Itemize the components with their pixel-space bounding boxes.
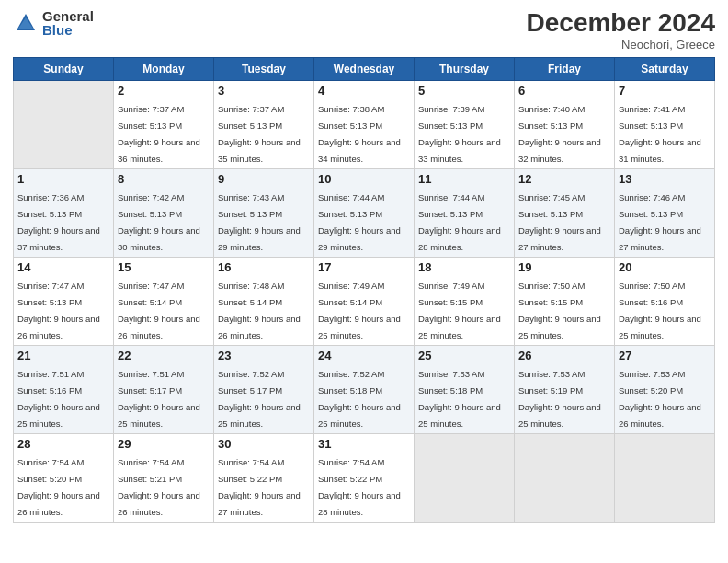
week-row-5: 28Sunrise: 7:54 AMSunset: 5:20 PMDayligh… — [14, 433, 715, 522]
day-info: Sunrise: 7:50 AMSunset: 5:16 PMDaylight:… — [619, 281, 701, 340]
day-number: 12 — [518, 172, 610, 186]
day-cell: 27Sunrise: 7:53 AMSunset: 5:20 PMDayligh… — [615, 345, 715, 433]
day-number: 24 — [318, 349, 410, 362]
day-number: 29 — [118, 437, 210, 451]
day-info: Sunrise: 7:49 AMSunset: 5:15 PMDaylight:… — [418, 281, 501, 340]
day-cell: 29Sunrise: 7:54 AMSunset: 5:21 PMDayligh… — [114, 433, 214, 522]
day-cell: 15Sunrise: 7:47 AMSunset: 5:14 PMDayligh… — [114, 257, 214, 345]
day-number: 28 — [17, 437, 109, 451]
day-info: Sunrise: 7:46 AMSunset: 5:13 PMDaylight:… — [619, 192, 701, 252]
col-saturday: Saturday — [615, 57, 715, 80]
day-info: Sunrise: 7:54 AMSunset: 5:22 PMDaylight:… — [218, 457, 301, 517]
day-cell: 28Sunrise: 7:54 AMSunset: 5:20 PMDayligh… — [14, 433, 114, 522]
day-info: Sunrise: 7:36 AMSunset: 5:13 PMDaylight:… — [17, 192, 100, 252]
day-info: Sunrise: 7:45 AMSunset: 5:13 PMDaylight:… — [518, 192, 601, 252]
day-cell: 14Sunrise: 7:47 AMSunset: 5:13 PMDayligh… — [14, 257, 114, 345]
day-info: Sunrise: 7:48 AMSunset: 5:14 PMDaylight:… — [218, 281, 301, 340]
day-number: 10 — [318, 172, 410, 186]
week-row-3: 14Sunrise: 7:47 AMSunset: 5:13 PMDayligh… — [14, 257, 715, 345]
day-number: 17 — [318, 260, 410, 274]
day-number: 31 — [318, 437, 410, 451]
day-number: 18 — [418, 260, 510, 274]
day-info: Sunrise: 7:44 AMSunset: 5:13 PMDaylight:… — [318, 192, 401, 252]
day-info: Sunrise: 7:42 AMSunset: 5:13 PMDaylight:… — [118, 192, 200, 252]
day-info: Sunrise: 7:54 AMSunset: 5:21 PMDaylight:… — [118, 457, 200, 517]
col-tuesday: Tuesday — [214, 57, 314, 80]
day-cell: 16Sunrise: 7:48 AMSunset: 5:14 PMDayligh… — [214, 257, 314, 345]
day-info: Sunrise: 7:53 AMSunset: 5:19 PMDaylight:… — [518, 369, 601, 429]
week-row-4: 21Sunrise: 7:51 AMSunset: 5:16 PMDayligh… — [14, 345, 715, 433]
day-cell: 4Sunrise: 7:38 AMSunset: 5:13 PMDaylight… — [314, 80, 415, 168]
day-cell: 17Sunrise: 7:49 AMSunset: 5:14 PMDayligh… — [314, 257, 415, 345]
day-cell: 13Sunrise: 7:46 AMSunset: 5:13 PMDayligh… — [615, 168, 715, 257]
day-info: Sunrise: 7:47 AMSunset: 5:14 PMDaylight:… — [118, 281, 200, 340]
day-number: 27 — [619, 349, 711, 362]
calendar-table: Sunday Monday Tuesday Wednesday Thursday… — [13, 57, 715, 523]
day-cell: 10Sunrise: 7:44 AMSunset: 5:13 PMDayligh… — [314, 168, 415, 257]
day-cell: 23Sunrise: 7:52 AMSunset: 5:17 PMDayligh… — [214, 345, 314, 433]
day-info: Sunrise: 7:37 AMSunset: 5:13 PMDaylight:… — [218, 104, 301, 164]
day-info: Sunrise: 7:37 AMSunset: 5:13 PMDaylight:… — [118, 104, 200, 164]
day-cell: 25Sunrise: 7:53 AMSunset: 5:18 PMDayligh… — [415, 345, 515, 433]
day-cell — [515, 433, 615, 522]
day-cell — [415, 433, 515, 522]
day-info: Sunrise: 7:50 AMSunset: 5:15 PMDaylight:… — [518, 281, 601, 340]
col-monday: Monday — [114, 57, 214, 80]
day-info: Sunrise: 7:44 AMSunset: 5:13 PMDaylight:… — [418, 192, 501, 252]
day-cell: 9Sunrise: 7:43 AMSunset: 5:13 PMDaylight… — [214, 168, 314, 257]
day-info: Sunrise: 7:40 AMSunset: 5:13 PMDaylight:… — [518, 104, 601, 164]
day-number: 8 — [118, 172, 210, 186]
day-number: 25 — [418, 349, 510, 362]
col-thursday: Thursday — [415, 57, 515, 80]
day-info: Sunrise: 7:43 AMSunset: 5:13 PMDaylight:… — [218, 192, 301, 252]
day-number: 14 — [17, 260, 109, 274]
day-cell — [615, 433, 715, 522]
day-cell: 31Sunrise: 7:54 AMSunset: 5:22 PMDayligh… — [314, 433, 415, 522]
day-number: 4 — [318, 84, 410, 98]
day-cell: 20Sunrise: 7:50 AMSunset: 5:16 PMDayligh… — [615, 257, 715, 345]
logo-general: General — [42, 9, 94, 23]
day-info: Sunrise: 7:51 AMSunset: 5:16 PMDaylight:… — [17, 369, 100, 429]
page-container: General Blue December 2024 Neochori, Gre… — [0, 0, 728, 563]
day-number: 22 — [118, 349, 210, 362]
day-info: Sunrise: 7:52 AMSunset: 5:17 PMDaylight:… — [218, 369, 301, 429]
col-wednesday: Wednesday — [314, 57, 415, 80]
day-number: 3 — [218, 84, 310, 98]
svg-marker-1 — [18, 17, 33, 29]
day-info: Sunrise: 7:41 AMSunset: 5:13 PMDaylight:… — [619, 104, 701, 164]
day-cell: 24Sunrise: 7:52 AMSunset: 5:18 PMDayligh… — [314, 345, 415, 433]
day-info: Sunrise: 7:39 AMSunset: 5:13 PMDaylight:… — [418, 104, 501, 164]
day-cell: 11Sunrise: 7:44 AMSunset: 5:13 PMDayligh… — [415, 168, 515, 257]
day-number: 26 — [518, 349, 610, 362]
day-number: 19 — [518, 260, 610, 274]
day-cell: 2Sunrise: 7:37 AMSunset: 5:13 PMDaylight… — [114, 80, 214, 168]
day-cell: 30Sunrise: 7:54 AMSunset: 5:22 PMDayligh… — [214, 433, 314, 522]
day-number: 13 — [619, 172, 711, 186]
day-info: Sunrise: 7:47 AMSunset: 5:13 PMDaylight:… — [17, 281, 100, 340]
day-info: Sunrise: 7:53 AMSunset: 5:18 PMDaylight:… — [418, 369, 501, 429]
day-cell — [14, 80, 114, 168]
day-cell: 21Sunrise: 7:51 AMSunset: 5:16 PMDayligh… — [14, 345, 114, 433]
day-info: Sunrise: 7:52 AMSunset: 5:18 PMDaylight:… — [318, 369, 401, 429]
logo-blue: Blue — [42, 23, 94, 37]
day-cell: 22Sunrise: 7:51 AMSunset: 5:17 PMDayligh… — [114, 345, 214, 433]
day-number: 11 — [418, 172, 510, 186]
day-info: Sunrise: 7:53 AMSunset: 5:20 PMDaylight:… — [619, 369, 701, 429]
day-number: 20 — [619, 260, 711, 274]
header: General Blue December 2024 Neochori, Gre… — [13, 9, 715, 52]
week-row-2: 1Sunrise: 7:36 AMSunset: 5:13 PMDaylight… — [14, 168, 715, 257]
day-info: Sunrise: 7:54 AMSunset: 5:22 PMDaylight:… — [318, 457, 401, 517]
day-cell: 12Sunrise: 7:45 AMSunset: 5:13 PMDayligh… — [515, 168, 615, 257]
day-number: 23 — [218, 349, 310, 362]
day-cell: 5Sunrise: 7:39 AMSunset: 5:13 PMDaylight… — [415, 80, 515, 168]
header-row: Sunday Monday Tuesday Wednesday Thursday… — [14, 57, 715, 80]
logo-text: General Blue — [42, 9, 94, 37]
day-cell: 1Sunrise: 7:36 AMSunset: 5:13 PMDaylight… — [14, 168, 114, 257]
day-cell: 26Sunrise: 7:53 AMSunset: 5:19 PMDayligh… — [515, 345, 615, 433]
day-cell: 19Sunrise: 7:50 AMSunset: 5:15 PMDayligh… — [515, 257, 615, 345]
day-cell: 7Sunrise: 7:41 AMSunset: 5:13 PMDaylight… — [615, 80, 715, 168]
day-number: 9 — [218, 172, 310, 186]
day-number: 5 — [418, 84, 510, 98]
logo-icon — [13, 10, 39, 36]
month-title: December 2024 — [527, 9, 715, 38]
